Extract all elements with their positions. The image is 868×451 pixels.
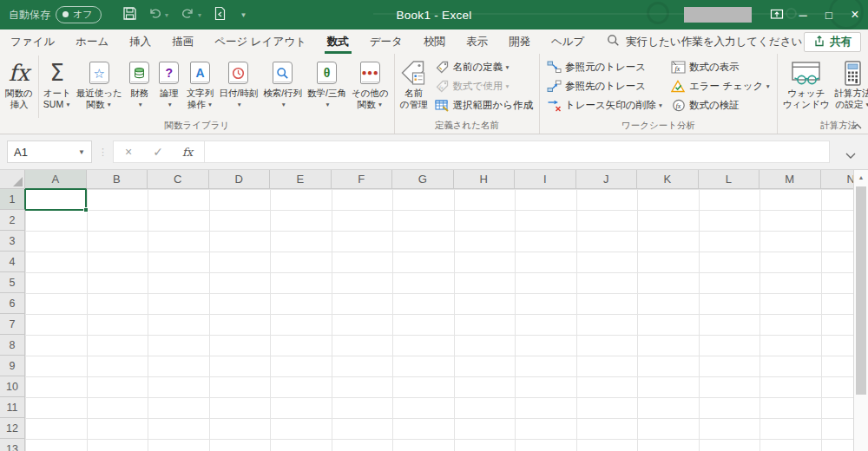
name-box[interactable]: A1 ▼ bbox=[7, 141, 92, 163]
column-header-J[interactable]: J bbox=[576, 170, 638, 189]
column-header-L[interactable]: L bbox=[699, 170, 760, 189]
evaluate-formula-button[interactable]: fx数式の検証 bbox=[667, 95, 774, 114]
more-functions-button[interactable]: ●●●その他の関数▼ bbox=[349, 56, 391, 118]
trace-precedents-button[interactable]: 参照元のトレース bbox=[542, 57, 667, 76]
text-functions-button[interactable]: A文字列操作▼ bbox=[184, 56, 217, 118]
formula-bar-resize-handle[interactable]: ⋮ bbox=[98, 141, 108, 163]
column-header-B[interactable]: B bbox=[87, 170, 148, 189]
recently-used-button[interactable]: ☆最近使った関数▼ bbox=[74, 56, 125, 118]
tab-開発[interactable]: 開発 bbox=[498, 29, 541, 54]
scroll-up-button[interactable]: ▲ bbox=[854, 170, 868, 185]
column-header-F[interactable]: F bbox=[332, 170, 393, 189]
column-header-G[interactable]: G bbox=[392, 170, 454, 189]
qat-customize-button[interactable]: ▼ bbox=[238, 11, 247, 19]
ribbon-group: 参照元のトレース参照先のトレーストレース矢印の削除▼fx数式の表示エラー チェッ… bbox=[540, 54, 778, 134]
autosave-dot-icon bbox=[62, 11, 69, 17]
formula-bar-expand-button[interactable] bbox=[845, 147, 856, 162]
row-header-13[interactable]: 13 bbox=[0, 439, 25, 451]
close-button[interactable]: × bbox=[842, 0, 868, 29]
row-header-12[interactable]: 12 bbox=[0, 418, 25, 439]
row-header-10[interactable]: 10 bbox=[0, 376, 25, 397]
lookup-reference-button[interactable]: 検索/行列▼ bbox=[260, 56, 305, 118]
use-in-formula-button[interactable]: fx数式で使用▼ bbox=[431, 76, 537, 95]
enter-button[interactable]: ✓ bbox=[143, 141, 173, 162]
redo-button[interactable]: ▼ bbox=[181, 7, 202, 23]
define-name-button[interactable]: 名前の定義▼ bbox=[431, 57, 537, 76]
column-header-I[interactable]: I bbox=[515, 170, 576, 189]
tab-描画[interactable]: 描画 bbox=[161, 29, 204, 54]
insert-function-button[interactable]: fx関数の挿入 bbox=[3, 56, 39, 118]
select-all-button[interactable] bbox=[0, 170, 25, 189]
calculation-options-button[interactable]: 計算方法の設定▼ bbox=[832, 56, 868, 118]
tab-データ[interactable]: データ bbox=[359, 29, 413, 54]
book-a-icon: A bbox=[190, 58, 210, 88]
share-button[interactable]: 共有 bbox=[804, 32, 861, 52]
row-header-6[interactable]: 6 bbox=[0, 293, 25, 314]
row-header-1[interactable]: 1 bbox=[0, 189, 25, 210]
row-header-3[interactable]: 3 bbox=[0, 231, 25, 252]
cancel-button[interactable]: × bbox=[114, 141, 143, 162]
collapse-ribbon-button[interactable] bbox=[849, 120, 865, 132]
maximize-button[interactable]: □ bbox=[816, 0, 842, 29]
scrollbar-thumb[interactable] bbox=[856, 186, 866, 395]
dropdown-arrow-icon: ▼ bbox=[658, 102, 663, 108]
autosum-button[interactable]: ΣオートSUM▼ bbox=[41, 56, 74, 118]
trace-dependents-button[interactable]: 参照先のトレース bbox=[542, 76, 667, 95]
minimize-button[interactable]: ─ bbox=[790, 0, 816, 29]
formula-input[interactable] bbox=[207, 141, 829, 162]
row-header-9[interactable]: 9 bbox=[0, 356, 25, 376]
selected-cell-A1[interactable] bbox=[25, 189, 87, 211]
button-label: 関数の bbox=[5, 88, 33, 99]
autosave-toggle[interactable]: 自動保存 オフ bbox=[9, 6, 102, 23]
financial-button[interactable]: 財務▼ bbox=[125, 56, 155, 118]
logical-button[interactable]: ?論理▼ bbox=[155, 56, 184, 118]
tab-ファイル[interactable]: ファイル bbox=[0, 29, 65, 54]
column-header-D[interactable]: D bbox=[209, 170, 271, 189]
tab-ヘルプ[interactable]: ヘルプ bbox=[541, 29, 595, 54]
column-header-C[interactable]: C bbox=[148, 170, 209, 189]
cell-grid[interactable] bbox=[25, 189, 853, 451]
document-mode-button[interactable] bbox=[214, 6, 227, 24]
column-header-K[interactable]: K bbox=[637, 170, 699, 189]
watch-window-button[interactable]: ウォッチウィンドウ bbox=[780, 56, 832, 118]
show-formulas-button[interactable]: fx数式の表示 bbox=[667, 57, 774, 76]
name-manager-button[interactable]: 名前の管理 bbox=[398, 56, 431, 118]
date-time-button[interactable]: 日付/時刻▼ bbox=[216, 56, 260, 118]
column-header-E[interactable]: E bbox=[270, 170, 332, 189]
row-header-11[interactable]: 11 bbox=[0, 397, 25, 418]
dropdown-arrow-icon: ▼ bbox=[280, 101, 286, 108]
small-button-column: 名前の定義▼fx数式で使用▼選択範囲から作成 bbox=[431, 56, 537, 118]
tab-ページ レイアウト[interactable]: ページ レイアウト bbox=[204, 29, 317, 54]
fill-handle[interactable] bbox=[83, 207, 89, 212]
row-header-4[interactable]: 4 bbox=[0, 252, 25, 272]
column-header-A[interactable]: A bbox=[25, 170, 87, 189]
tab-校閲[interactable]: 校閲 bbox=[413, 29, 456, 54]
row-header-8[interactable]: 8 bbox=[0, 335, 25, 356]
row-header-5[interactable]: 5 bbox=[0, 272, 25, 293]
tell-me-search[interactable]: 実行したい作業を入力してください bbox=[607, 29, 802, 54]
undo-button[interactable]: ▼ bbox=[148, 7, 170, 23]
remove-arrows-button[interactable]: トレース矢印の削除▼ bbox=[542, 95, 667, 114]
create-from-selection-button[interactable]: 選択範囲から作成 bbox=[431, 95, 537, 114]
error-checking-button[interactable]: エラー チェック▼ bbox=[667, 76, 774, 95]
button-label: の管理 bbox=[400, 99, 428, 110]
insert-function-button[interactable]: fx bbox=[173, 141, 202, 162]
name-box-dropdown-icon[interactable]: ▼ bbox=[78, 148, 85, 156]
row-header-2[interactable]: 2 bbox=[0, 210, 25, 231]
user-account[interactable] bbox=[684, 7, 752, 23]
tab-表示[interactable]: 表示 bbox=[456, 29, 498, 54]
name-manager-icon bbox=[400, 58, 427, 88]
column-header-M[interactable]: M bbox=[760, 170, 821, 189]
tab-挿入[interactable]: 挿入 bbox=[119, 29, 161, 54]
row-header-7[interactable]: 7 bbox=[0, 314, 25, 335]
math-trig-button[interactable]: θ数学/三角▼ bbox=[305, 56, 349, 118]
tab-ホーム[interactable]: ホーム bbox=[65, 29, 119, 54]
book-dots-icon: ●●● bbox=[360, 58, 380, 88]
save-button[interactable] bbox=[122, 6, 137, 24]
column-header-N[interactable]: N bbox=[821, 170, 854, 189]
vertical-scrollbar[interactable]: ▲ bbox=[853, 170, 868, 451]
tab-数式-active[interactable]: 数式 bbox=[317, 29, 359, 54]
button-label-text: SUM bbox=[43, 99, 63, 109]
column-header-H[interactable]: H bbox=[454, 170, 516, 189]
ribbon-display-options-button[interactable] bbox=[764, 0, 790, 29]
